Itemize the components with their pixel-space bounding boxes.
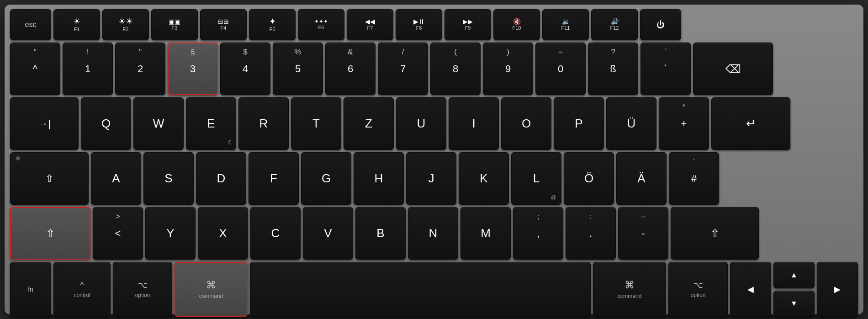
key-s[interactable]: S <box>143 152 194 205</box>
key-9[interactable]: ) 9 <box>483 43 533 95</box>
key-f2[interactable]: ☀☀ F2 <box>102 9 149 40</box>
key-t[interactable]: T <box>291 97 341 150</box>
key-fn[interactable]: fn <box>10 262 51 317</box>
qwerty-row: →| Q W E € R T Z U I O P <box>10 97 858 150</box>
key-period[interactable]: : . <box>566 207 616 260</box>
key-a[interactable]: A <box>91 152 141 205</box>
key-shift-left[interactable]: ⇧ <box>10 207 90 260</box>
key-f9[interactable]: ▶▶ F9 <box>445 9 491 40</box>
key-r[interactable]: R <box>238 97 289 150</box>
key-ss[interactable]: ? ß <box>588 43 638 95</box>
key-q[interactable]: Q <box>81 97 131 150</box>
key-y[interactable]: Y <box>145 207 196 260</box>
key-option-right[interactable]: ⌥ option <box>668 262 728 317</box>
arrow-ud-group: ▲ ▼ <box>773 262 815 317</box>
key-arrow-down[interactable]: ▼ <box>773 291 815 317</box>
key-f[interactable]: F <box>249 152 299 205</box>
key-3[interactable]: § 3 <box>168 43 218 95</box>
key-space[interactable] <box>250 262 591 317</box>
key-f5[interactable]: ✦ F5 <box>249 9 296 40</box>
key-z[interactable]: Z <box>344 97 394 150</box>
key-comma[interactable]: ; , <box>513 207 563 260</box>
key-v[interactable]: V <box>303 207 353 260</box>
key-f4[interactable]: ⊟⊞ F4 <box>200 9 247 40</box>
zxcv-row: ⇧ > < Y X C V B N M ; , : <box>10 207 858 260</box>
key-caps[interactable]: ⇧ <box>10 152 89 205</box>
key-1[interactable]: ! 1 <box>63 43 113 95</box>
keyboard: esc ☀ F1 ☀☀ F2 ▣▣ F3 ⊟⊞ F4 ✦ F5 ✦✦✦ F6 ◀… <box>5 5 863 314</box>
key-2[interactable]: " 2 <box>115 43 165 95</box>
key-7[interactable]: / 7 <box>378 43 428 95</box>
key-6[interactable]: & 6 <box>325 43 376 95</box>
key-m[interactable]: M <box>460 207 511 260</box>
key-tab[interactable]: →| <box>10 97 79 150</box>
key-hash[interactable]: ' # <box>669 152 719 205</box>
key-f8[interactable]: ▶⏸ F8 <box>396 9 442 40</box>
key-ctrl[interactable]: ^ control <box>53 262 111 317</box>
key-d[interactable]: D <box>196 152 246 205</box>
key-slash[interactable]: – - <box>618 207 668 260</box>
key-j[interactable]: J <box>406 152 456 205</box>
key-cmd-left[interactable]: ⌘ command <box>175 262 248 317</box>
key-k[interactable]: K <box>459 152 509 205</box>
key-grave[interactable]: ° ^ <box>10 43 60 95</box>
asdf-row: ⇧ A S D F G H J K L @ Ö <box>10 152 858 205</box>
key-arrow-left[interactable]: ◀ <box>730 262 771 317</box>
key-u[interactable]: U <box>396 97 446 150</box>
key-f12[interactable]: 🔊 F12 <box>591 9 638 40</box>
fn-row: esc ☀ F1 ☀☀ F2 ▣▣ F3 ⊟⊞ F4 ✦ F5 ✦✦✦ F6 ◀… <box>10 9 858 40</box>
key-backspace[interactable]: ⌫ <box>693 43 773 95</box>
key-ue[interactable]: Ü <box>606 97 656 150</box>
key-n[interactable]: N <box>408 207 458 260</box>
key-arrow-up[interactable]: ▲ <box>773 262 815 288</box>
key-g[interactable]: G <box>301 152 351 205</box>
key-4[interactable]: $ 4 <box>220 43 270 95</box>
key-i[interactable]: I <box>449 97 499 150</box>
key-8[interactable]: ( 8 <box>430 43 481 95</box>
key-0[interactable]: = 0 <box>535 43 586 95</box>
key-ae[interactable]: Ä <box>616 152 667 205</box>
key-e[interactable]: E € <box>186 97 236 150</box>
key-f3[interactable]: ▣▣ F3 <box>151 9 198 40</box>
key-f7[interactable]: ◀◀ F7 <box>347 9 393 40</box>
key-w[interactable]: W <box>133 97 184 150</box>
key-option-left[interactable]: ⌥ option <box>113 262 172 317</box>
key-h[interactable]: H <box>354 152 404 205</box>
key-o[interactable]: O <box>501 97 551 150</box>
key-shift-right[interactable]: ⇧ <box>671 207 759 260</box>
key-x[interactable]: X <box>198 207 248 260</box>
key-5[interactable]: % 5 <box>273 43 323 95</box>
key-acute[interactable]: ` ´ <box>640 43 691 95</box>
key-c[interactable]: C <box>250 207 301 260</box>
key-p[interactable]: P <box>554 97 604 150</box>
key-l[interactable]: L @ <box>511 152 561 205</box>
key-oe[interactable]: Ö <box>564 152 614 205</box>
bottom-row: fn ^ control ⌥ option ⌘ command ⌘ comman… <box>10 262 858 317</box>
key-angle[interactable]: > < <box>93 207 143 260</box>
key-arrow-right[interactable]: ▶ <box>817 262 858 317</box>
key-power[interactable]: ⏻ <box>640 9 681 40</box>
key-f11[interactable]: 🔉 F11 <box>542 9 589 40</box>
key-cmd-right[interactable]: ⌘ command <box>593 262 666 317</box>
key-plus[interactable]: * + <box>659 97 709 150</box>
key-f6[interactable]: ✦✦✦ F6 <box>298 9 344 40</box>
num-row: ° ^ ! 1 " 2 § 3 $ 4 % 5 & 6 / 7 <box>10 43 858 95</box>
key-b[interactable]: B <box>355 207 406 260</box>
key-f1[interactable]: ☀ F1 <box>53 9 100 40</box>
key-f10[interactable]: 🔇 F10 <box>493 9 540 40</box>
key-esc[interactable]: esc <box>10 9 51 40</box>
key-enter[interactable]: ↵ <box>711 97 790 150</box>
